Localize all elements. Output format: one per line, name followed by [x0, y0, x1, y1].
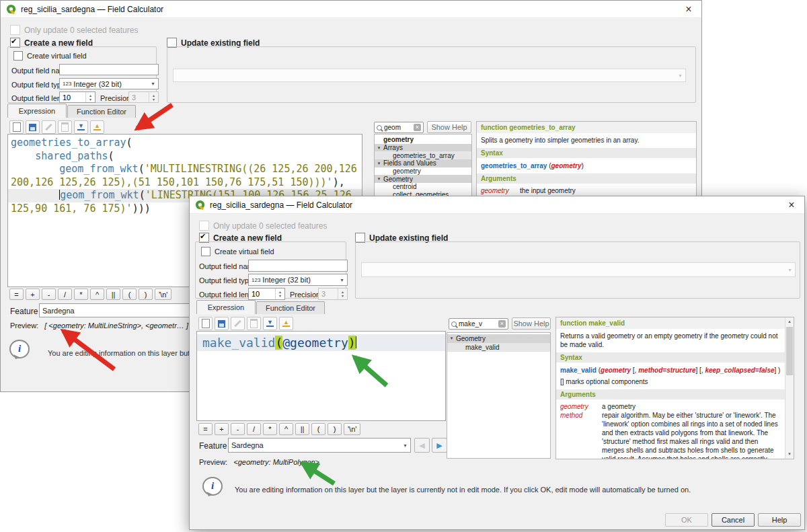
help-argument-row: geometrya geometry: [560, 402, 781, 411]
scrollbar-thumb[interactable]: [786, 327, 793, 375]
show-help-button[interactable]: Show Help: [427, 121, 471, 133]
help-scrollbar[interactable]: ▲ ▼: [785, 317, 794, 459]
operator-button[interactable]: ||: [295, 423, 309, 435]
operator-button[interactable]: +: [26, 289, 40, 300]
output-field-type-select[interactable]: 123 Integer (32 bit) ▾: [59, 78, 159, 89]
expression-editor[interactable]: make_valid(@geometry): [196, 331, 446, 421]
new-expression-icon[interactable]: [9, 120, 24, 134]
tab-expression[interactable]: Expression: [7, 104, 67, 118]
spinner-arrows-icon[interactable]: ▴▾: [85, 92, 95, 102]
operator-button[interactable]: /: [247, 423, 261, 435]
help-button[interactable]: Help: [758, 513, 801, 527]
existing-field-select[interactable]: ▾: [361, 262, 796, 277]
operator-button[interactable]: =: [198, 423, 213, 435]
output-field-length-spinner[interactable]: 10 ▴▾: [248, 288, 285, 300]
operator-button[interactable]: -: [231, 423, 245, 435]
function-tree-item[interactable]: geometries_to_array: [375, 151, 471, 159]
field-calculator-dialog-front: reg_sicilia_sardegna — Field Calculator …: [189, 196, 805, 530]
scroll-up-icon[interactable]: ▲: [785, 317, 794, 326]
edit-mode-info-text: You are editing information on this laye…: [235, 486, 691, 494]
existing-field-select[interactable]: ▾: [173, 69, 686, 82]
update-existing-group: ▾: [167, 46, 696, 103]
show-help-button[interactable]: Show Help: [512, 317, 551, 330]
function-help-panel: function make_valid Returns a valid geom…: [555, 317, 794, 459]
function-tree-item[interactable]: ▾Arrays: [375, 144, 471, 152]
spinner-arrows-icon[interactable]: ▴▾: [275, 289, 284, 299]
tab-function-editor[interactable]: Function Editor: [67, 105, 136, 118]
operator-button[interactable]: /: [58, 289, 72, 300]
tab-function-editor[interactable]: Function Editor: [256, 301, 325, 314]
save-expression-icon[interactable]: [26, 120, 40, 134]
feature-select[interactable]: Sardegna ▾: [228, 438, 411, 453]
operator-button[interactable]: ||: [106, 289, 120, 300]
output-field-name-input[interactable]: [248, 260, 348, 272]
ok-button[interactable]: OK: [665, 513, 708, 527]
operator-button[interactable]: +: [215, 423, 229, 435]
function-tree-item[interactable]: geometry: [375, 167, 471, 176]
operator-button[interactable]: ^: [279, 423, 293, 435]
create-virtual-field-checkbox[interactable]: Create virtual field: [201, 247, 274, 256]
search-input[interactable]: make_v: [459, 320, 482, 328]
operator-button[interactable]: '\n': [155, 289, 171, 300]
operator-button[interactable]: ^: [90, 289, 104, 300]
operator-button[interactable]: ): [139, 289, 153, 300]
scroll-down-icon[interactable]: ▼: [785, 450, 794, 459]
output-field-type-select[interactable]: 123 Integer (32 bit) ▾: [248, 274, 348, 286]
function-tree-item[interactable]: geometry: [375, 136, 471, 144]
only-update-checkbox[interactable]: Only update 0 selected features: [10, 25, 138, 35]
import-expression-icon[interactable]: ▼: [74, 120, 88, 134]
clear-search-icon[interactable]: ×: [414, 124, 421, 131]
title-bar[interactable]: reg_sicilia_sardegna — Field Calculator …: [190, 196, 804, 214]
operator-button[interactable]: -: [42, 289, 56, 300]
previous-feature-button[interactable]: ◀: [414, 438, 430, 453]
title-bar[interactable]: reg_sicilia_sardegna — Field Calculator …: [1, 1, 701, 18]
new-expression-icon[interactable]: [198, 317, 213, 330]
operator-button[interactable]: (: [311, 423, 325, 435]
chevron-down-icon[interactable]: ▾: [400, 443, 410, 449]
function-tree-item[interactable]: ▾Fields and Values: [375, 159, 471, 167]
preview-label: Preview:: [10, 321, 38, 330]
only-update-checkbox[interactable]: Only update 0 selected features: [199, 221, 327, 231]
next-feature-button[interactable]: ▶: [432, 438, 447, 453]
precision-spinner[interactable]: 3 ▴▾: [318, 288, 348, 300]
cancel-button[interactable]: Cancel: [712, 513, 755, 527]
help-syntax-line: geometries_to_array (geometry): [477, 158, 696, 170]
output-field-length-spinner[interactable]: 10 ▴▾: [59, 91, 95, 103]
operator-button-row: =+-/*^||()'\n': [198, 423, 360, 435]
create-virtual-field-checkbox[interactable]: Create virtual field: [13, 51, 87, 61]
function-tree-item[interactable]: centroid: [375, 183, 471, 191]
function-tree[interactable]: ▾Geometrymake_valid: [447, 332, 551, 459]
function-search-box[interactable]: geom ×: [374, 122, 424, 133]
operator-button[interactable]: *: [74, 289, 88, 300]
help-syntax-header: Syntax: [477, 148, 696, 158]
operator-button[interactable]: (: [122, 289, 137, 300]
close-icon[interactable]: ×: [681, 3, 696, 16]
close-icon[interactable]: ×: [784, 198, 799, 212]
tree-collapse-icon[interactable]: ▾: [375, 145, 383, 151]
tab-expression[interactable]: Expression: [196, 300, 256, 314]
function-tree-item[interactable]: ▾Geometry: [447, 334, 550, 343]
operator-button[interactable]: ): [328, 423, 342, 435]
function-tree-item[interactable]: make_valid: [447, 343, 550, 352]
save-expression-icon[interactable]: [215, 317, 229, 330]
chevron-down-icon[interactable]: ▾: [337, 277, 347, 283]
tree-collapse-icon[interactable]: ▾: [375, 161, 383, 166]
tree-item-label: geometry: [383, 136, 414, 143]
tree-item-label: geometry: [383, 167, 421, 175]
export-expression-icon[interactable]: ▲: [279, 317, 293, 330]
tree-collapse-icon[interactable]: ▾: [447, 336, 456, 341]
operator-button[interactable]: '\n': [344, 423, 360, 435]
operator-button[interactable]: *: [263, 423, 277, 435]
export-expression-icon[interactable]: ▲: [90, 120, 104, 134]
operator-button[interactable]: =: [9, 289, 24, 300]
function-search-box[interactable]: make_v ×: [449, 318, 508, 330]
clear-search-icon[interactable]: ×: [498, 320, 506, 328]
output-field-name-input[interactable]: [59, 64, 159, 75]
search-input[interactable]: geom: [384, 124, 401, 131]
chevron-down-icon[interactable]: ▾: [148, 81, 158, 87]
tree-collapse-icon[interactable]: ▾: [375, 176, 383, 182]
help-description: Returns a valid geometry or an empty geo…: [556, 329, 785, 349]
function-tree-item[interactable]: ▾Geometry: [375, 175, 471, 183]
import-expression-icon[interactable]: ▼: [263, 317, 277, 330]
precision-spinner[interactable]: 3 ▴▾: [128, 91, 159, 103]
